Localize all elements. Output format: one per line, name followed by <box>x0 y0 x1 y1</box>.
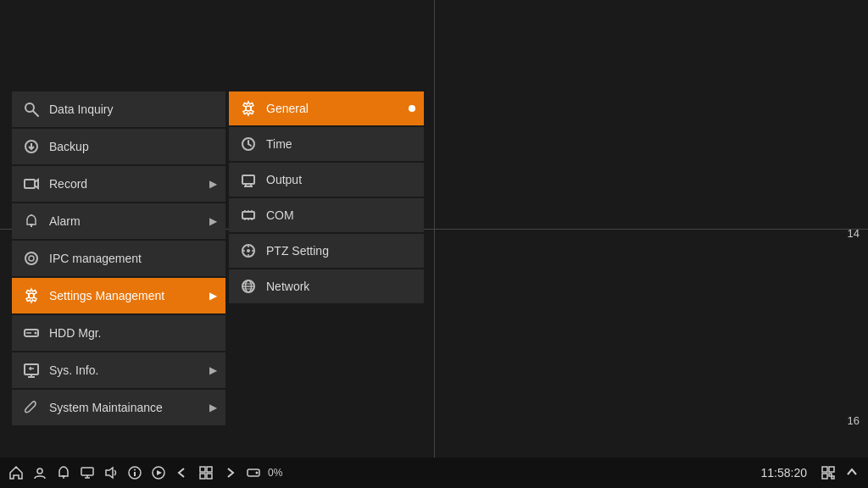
svg-rect-64 <box>829 467 834 472</box>
svg-point-62 <box>256 472 259 474</box>
taskbar-time: 11:58:20 <box>761 466 808 480</box>
svg-point-19 <box>246 106 251 111</box>
svg-point-45 <box>37 469 42 474</box>
svg-rect-4 <box>25 180 35 188</box>
submenu-arrow-icon: ▶ <box>209 178 217 190</box>
svg-rect-60 <box>207 474 212 479</box>
svg-point-8 <box>25 252 37 264</box>
sidebar-item-label: HDD Mgr. <box>49 326 101 340</box>
monitor-icon[interactable] <box>78 463 97 482</box>
gear-icon <box>239 99 258 118</box>
svg-marker-56 <box>157 470 162 475</box>
submenu: General Time Output <box>229 92 424 305</box>
sidebar-item-label: Sys. Info. <box>49 363 98 377</box>
sidebar-item-label: System Maintainance <box>49 401 163 414</box>
submenu-item-com[interactable]: COM <box>229 198 424 232</box>
submenu-arrow-icon: ▶ <box>209 215 217 227</box>
submenu-arrow-icon: ▶ <box>209 290 217 302</box>
ipc-icon <box>22 249 41 268</box>
bell-icon[interactable] <box>54 463 73 482</box>
sidebar-item-ipc-management[interactable]: IPC management <box>12 241 225 276</box>
sidebar-menu: Data Inquiry Backup Record ▶ <box>12 92 225 427</box>
sidebar-item-data-inquiry[interactable]: Data Inquiry <box>12 92 225 127</box>
submenu-item-label: COM <box>266 208 294 222</box>
right-arrow-icon[interactable] <box>220 463 239 482</box>
ptz-icon <box>239 241 258 260</box>
hdd-icon <box>22 324 41 342</box>
sidebar-item-sys-info[interactable]: Sys. Info. ▶ <box>12 352 225 388</box>
user-icon[interactable] <box>31 463 49 482</box>
sidebar-item-hdd-mgr[interactable]: HDD Mgr. <box>12 315 225 351</box>
submenu-arrow-icon: ▶ <box>209 402 217 413</box>
submenu-item-ptz-setting[interactable]: PTZ Setting <box>229 234 424 268</box>
submenu-item-label: PTZ Setting <box>266 244 329 258</box>
svg-point-12 <box>35 332 37 335</box>
play-icon[interactable] <box>149 463 168 482</box>
svg-rect-57 <box>200 467 205 472</box>
arrow-up-icon[interactable] <box>843 463 861 482</box>
settings-icon <box>22 286 41 305</box>
volume-icon[interactable] <box>102 463 120 482</box>
sidebar-item-settings-management[interactable]: Settings Management ▶ <box>12 278 225 313</box>
sidebar-item-alarm[interactable]: Alarm ▶ <box>12 203 225 239</box>
svg-rect-27 <box>242 212 254 219</box>
backup-icon <box>22 137 41 156</box>
sidebar-item-label: IPC management <box>49 252 142 265</box>
clock-icon <box>239 135 258 153</box>
output-icon <box>239 170 258 189</box>
active-dot <box>409 105 415 112</box>
submenu-item-label: Output <box>266 173 302 186</box>
svg-point-35 <box>247 249 250 252</box>
svg-marker-51 <box>106 468 113 478</box>
search-icon <box>22 100 41 119</box>
sidebar-item-label: Alarm <box>49 214 81 228</box>
svg-point-54 <box>134 469 136 471</box>
wrench-icon <box>22 398 41 417</box>
com-icon <box>239 206 258 225</box>
svg-point-7 <box>31 214 32 216</box>
svg-rect-14 <box>25 364 38 374</box>
svg-rect-59 <box>200 474 205 479</box>
channel-16-label: 16 <box>848 414 860 427</box>
hdd-taskbar-icon[interactable] <box>244 463 263 482</box>
sidebar-item-label: Record <box>49 177 87 191</box>
submenu-item-time[interactable]: Time <box>229 127 424 161</box>
alarm-icon <box>22 212 41 230</box>
svg-line-1 <box>33 111 38 116</box>
submenu-item-label: General <box>266 102 309 115</box>
submenu-item-output[interactable]: Output <box>229 163 424 197</box>
sidebar-item-label: Data Inquiry <box>49 103 113 116</box>
svg-point-10 <box>29 293 34 298</box>
svg-rect-67 <box>832 476 834 479</box>
channel-14-label: 14 <box>848 227 860 240</box>
svg-point-9 <box>29 256 34 261</box>
record-icon <box>22 175 41 193</box>
info-icon[interactable] <box>125 463 144 482</box>
left-arrow-icon[interactable] <box>173 463 192 482</box>
svg-line-22 <box>248 144 251 146</box>
svg-rect-23 <box>242 175 254 184</box>
sidebar-item-label: Settings Management <box>49 289 164 302</box>
svg-rect-65 <box>822 474 827 479</box>
submenu-item-general[interactable]: General <box>229 92 424 125</box>
svg-rect-63 <box>822 467 827 472</box>
qr-icon[interactable] <box>819 463 837 482</box>
submenu-arrow-icon: ▶ <box>209 364 217 376</box>
network-icon <box>239 277 258 296</box>
submenu-item-label: Network <box>266 280 309 293</box>
sidebar-item-label: Backup <box>49 140 89 153</box>
sidebar-item-system-maintainance[interactable]: System Maintainance ▶ <box>12 390 225 425</box>
svg-rect-48 <box>81 468 93 475</box>
sysinfo-icon <box>22 361 41 380</box>
svg-rect-58 <box>207 467 212 472</box>
submenu-item-network[interactable]: Network <box>229 269 424 303</box>
home-icon[interactable] <box>7 463 25 482</box>
taskbar: 0% 11:58:20 <box>0 458 868 488</box>
sidebar-item-backup[interactable]: Backup <box>12 129 225 164</box>
record-percent: 0% <box>268 467 282 479</box>
grid-icon[interactable] <box>197 463 215 482</box>
sidebar-item-record[interactable]: Record ▶ <box>12 166 225 202</box>
submenu-item-label: Time <box>266 137 292 151</box>
